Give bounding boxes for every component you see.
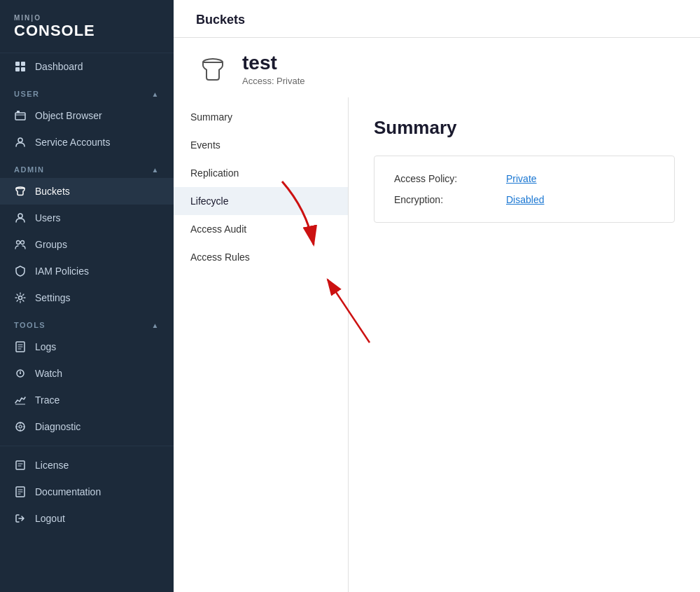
sidebar-item-logout[interactable]: Logout [0,505,174,532]
trace-icon [14,394,27,406]
tab-replication[interactable]: Replication [174,159,348,187]
svg-point-16 [19,425,22,428]
bucket-icon [196,53,230,86]
access-policy-value[interactable]: Private [506,173,537,184]
svg-rect-4 [15,113,25,120]
page-header: Buckets [174,0,700,38]
svg-point-6 [18,138,22,142]
access-policy-label: Access Policy: [394,173,506,184]
users-icon [14,212,27,224]
license-icon [14,459,27,471]
encryption-value[interactable]: Disabled [506,194,544,205]
dashboard-icon [14,60,27,73]
bucket-header: test Access: Private [174,38,700,97]
sidebar-item-watch[interactable]: Watch [0,360,174,387]
watch-icon [14,367,27,380]
sidebar: MIN|O CONSOLE Dashboard USER ▲ Object Br… [0,0,174,592]
logs-icon [14,340,27,353]
sidebar-item-license-label: License [35,460,69,471]
svg-rect-17 [16,461,24,469]
svg-rect-1 [21,62,25,66]
svg-rect-3 [21,67,25,71]
main-content: Buckets test Access: Private Summary Eve… [174,0,700,592]
sidebar-item-documentation[interactable]: Documentation [0,479,174,505]
sidebar-item-license[interactable]: License [0,452,174,479]
tab-lifecycle[interactable]: Lifecycle [174,187,348,215]
content-area: Summary Events Replication Lifecycle Acc… [174,97,700,592]
diagnostic-icon [14,420,27,433]
tab-access-audit[interactable]: Access Audit [174,215,348,243]
sidebar-item-documentation-label: Documentation [35,486,101,497]
tab-summary[interactable]: Summary [174,103,348,131]
sidebar-item-dashboard-label: Dashboard [35,61,83,72]
buckets-icon [14,185,27,198]
svg-point-7 [18,214,22,218]
settings-icon [14,291,27,304]
summary-title: Summary [374,117,675,139]
access-policy-row: Access Policy: Private [394,173,654,184]
tab-events[interactable]: Events [174,131,348,159]
svg-rect-0 [15,62,20,66]
tools-chevron-icon: ▲ [152,322,160,329]
svg-rect-2 [15,67,20,71]
bucket-access: Access: Private [242,76,305,86]
sidebar-item-logs[interactable]: Logs [0,333,174,360]
bucket-name: test [242,52,305,74]
summary-card: Access Policy: Private Encryption: Disab… [374,156,675,223]
bucket-info: test Access: Private [242,52,305,86]
tab-navigation: Summary Events Replication Lifecycle Acc… [174,97,349,592]
logo-area: MIN|O CONSOLE [0,0,174,53]
sidebar-item-iam-policies[interactable]: IAM Policies [0,258,174,284]
tools-section-header: TOOLS ▲ [0,311,174,333]
object-browser-icon [14,109,27,122]
logo-brand: MIN|O [14,14,160,22]
sidebar-item-iam-policies-label: IAM Policies [35,266,89,277]
iam-policies-icon [14,265,27,277]
page-title: Buckets [196,13,245,27]
sidebar-item-service-accounts[interactable]: Service Accounts [0,129,174,156]
sidebar-item-watch-label: Watch [35,368,62,379]
sidebar-item-settings-label: Settings [35,292,71,303]
service-accounts-icon [14,136,27,149]
sidebar-item-diagnostic-label: Diagnostic [35,421,80,432]
sidebar-item-diagnostic[interactable]: Diagnostic [0,413,174,440]
sidebar-item-logs-label: Logs [35,341,56,352]
summary-panel: Summary Access Policy: Private Encryptio… [349,97,700,592]
sidebar-item-groups-label: Groups [35,239,67,250]
sidebar-item-settings[interactable]: Settings [0,284,174,311]
groups-icon [14,238,27,251]
sidebar-item-groups[interactable]: Groups [0,231,174,258]
sidebar-item-buckets[interactable]: Buckets [0,178,174,205]
admin-chevron-icon: ▲ [152,166,160,174]
logout-icon [14,512,27,525]
sidebar-item-users[interactable]: Users [0,205,174,231]
sidebar-item-logout-label: Logout [35,513,65,524]
user-chevron-icon: ▲ [152,90,160,98]
sidebar-item-trace-label: Trace [35,394,59,406]
sidebar-item-trace[interactable]: Trace [0,387,174,413]
admin-section-header: ADMIN ▲ [0,156,174,178]
tab-access-rules[interactable]: Access Rules [174,243,348,271]
sidebar-item-service-accounts-label: Service Accounts [35,137,110,148]
sidebar-item-object-browser[interactable]: Object Browser [0,102,174,129]
user-section-header: USER ▲ [0,80,174,102]
sidebar-item-object-browser-label: Object Browser [35,110,102,121]
sidebar-item-dashboard[interactable]: Dashboard [0,53,174,80]
documentation-icon [14,486,27,498]
svg-point-10 [19,296,22,300]
sidebar-item-users-label: Users [35,212,61,223]
encryption-label: Encryption: [394,194,506,205]
sidebar-item-buckets-label: Buckets [35,186,70,197]
encryption-row: Encryption: Disabled [394,194,654,205]
svg-rect-5 [17,111,20,113]
logo-app: CONSOLE [14,22,160,40]
